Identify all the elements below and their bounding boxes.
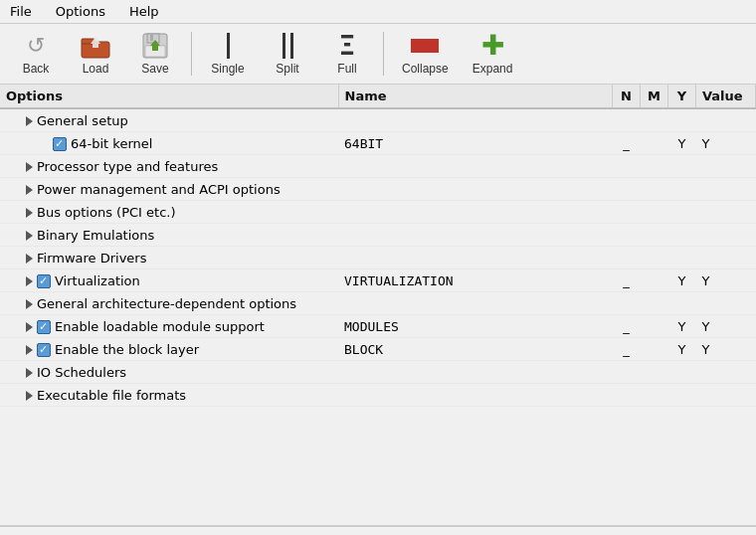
table-row[interactable]: Enable loadable module supportMODULES_YY <box>0 315 756 338</box>
m-cell <box>641 201 668 224</box>
option-label: Firmware Drivers <box>37 251 147 266</box>
table-row[interactable]: VirtualizationVIRTUALIZATION_YY <box>0 269 756 292</box>
option-cell: Virtualization <box>0 269 338 292</box>
option-label: Virtualization <box>55 273 140 288</box>
option-label: 64-bit kernel <box>71 136 152 151</box>
m-cell <box>641 338 668 361</box>
load-button[interactable]: Load <box>68 28 123 80</box>
table-row[interactable]: Firmware Drivers <box>0 247 756 269</box>
expand-arrow <box>26 368 33 378</box>
checkbox-icon[interactable] <box>37 320 51 334</box>
y-cell: Y <box>668 132 696 155</box>
option-label: Bus options (PCI etc.) <box>37 205 175 220</box>
single-icon <box>227 33 230 59</box>
n-cell: _ <box>613 338 641 361</box>
split-button[interactable]: Split <box>260 28 315 80</box>
name-cell <box>338 108 613 132</box>
separator-1 <box>191 32 192 76</box>
name-cell <box>338 292 613 315</box>
n-cell: _ <box>613 315 641 338</box>
single-button[interactable]: Single <box>200 28 256 80</box>
main-content: Options Name N M Y Value General setup64… <box>0 85 756 526</box>
full-button[interactable]: Ξ Full <box>319 28 375 80</box>
option-cell: General setup <box>0 108 338 132</box>
expand-arrow <box>26 231 33 241</box>
table-row[interactable]: General architecture-dependent options <box>0 292 756 315</box>
name-cell: 64BIT <box>338 132 613 155</box>
table-row[interactable]: Binary Emulations <box>0 224 756 247</box>
option-label: IO Schedulers <box>37 365 126 380</box>
menu-file[interactable]: File <box>4 2 38 21</box>
menu-options[interactable]: Options <box>50 2 111 21</box>
option-cell: Enable the block layer <box>0 338 338 361</box>
value-cell <box>696 155 756 178</box>
save-button[interactable]: Save <box>127 28 183 80</box>
back-label: Back <box>23 62 50 76</box>
name-cell: BLOCK <box>338 338 613 361</box>
col-header-name: Name <box>338 85 613 108</box>
value-cell: Y <box>696 269 756 292</box>
full-label: Full <box>337 62 356 76</box>
option-cell: Binary Emulations <box>0 224 338 247</box>
table-row[interactable]: Enable the block layerBLOCK_YY <box>0 338 756 361</box>
n-cell <box>613 292 641 315</box>
load-label: Load <box>83 62 109 76</box>
value-cell <box>696 292 756 315</box>
table-row[interactable]: 64-bit kernel64BIT_YY <box>0 132 756 155</box>
option-cell: IO Schedulers <box>0 361 338 384</box>
y-cell: Y <box>668 315 696 338</box>
value-cell <box>696 201 756 224</box>
collapse-button[interactable]: Collapse <box>392 28 459 80</box>
m-cell <box>641 108 668 132</box>
checkbox-icon[interactable] <box>53 137 67 151</box>
col-header-n: N <box>613 85 641 108</box>
n-cell <box>613 201 641 224</box>
table-row[interactable]: Power management and ACPI options <box>0 178 756 201</box>
option-label: Enable the block layer <box>55 342 199 357</box>
table-row[interactable]: Executable file formats <box>0 384 756 407</box>
options-table[interactable]: Options Name N M Y Value General setup64… <box>0 85 756 526</box>
name-cell: VIRTUALIZATION <box>338 269 613 292</box>
menu-help[interactable]: Help <box>123 2 165 21</box>
y-cell: Y <box>668 269 696 292</box>
table-row[interactable]: General setup <box>0 108 756 132</box>
checkbox-icon[interactable] <box>37 343 51 357</box>
split-icon <box>283 33 293 59</box>
expand-arrow <box>26 322 33 332</box>
option-label: Executable file formats <box>37 388 186 403</box>
col-header-m: M <box>641 85 668 108</box>
expand-label: Expand <box>472 62 513 76</box>
expand-arrow <box>26 162 33 172</box>
save-label: Save <box>141 62 168 76</box>
n-cell: _ <box>613 132 641 155</box>
back-button[interactable]: ↺ Back <box>8 28 64 80</box>
n-cell <box>613 108 641 132</box>
option-label: General setup <box>37 113 128 128</box>
y-cell <box>668 247 696 269</box>
name-cell <box>338 247 613 269</box>
expand-button[interactable]: ✚ Expand <box>463 28 523 80</box>
value-cell <box>696 247 756 269</box>
option-cell: Executable file formats <box>0 384 338 407</box>
value-cell <box>696 384 756 407</box>
table-row[interactable]: IO Schedulers <box>0 361 756 384</box>
expand-arrow <box>26 276 33 286</box>
value-cell <box>696 224 756 247</box>
expand-arrow <box>26 185 33 195</box>
table-row[interactable]: Bus options (PCI etc.) <box>0 201 756 224</box>
option-label: Binary Emulations <box>37 228 154 243</box>
name-cell: MODULES <box>338 315 613 338</box>
checkbox-icon[interactable] <box>37 274 51 288</box>
m-cell <box>641 224 668 247</box>
col-header-value: Value <box>696 85 756 108</box>
col-header-options: Options <box>0 85 338 108</box>
n-cell <box>613 361 641 384</box>
table-row[interactable]: Processor type and features <box>0 155 756 178</box>
m-cell <box>641 315 668 338</box>
n-cell <box>613 384 641 407</box>
expand-arrow <box>26 208 33 218</box>
split-label: Split <box>276 62 298 76</box>
col-header-y: Y <box>668 85 696 108</box>
value-cell: Y <box>696 132 756 155</box>
load-icon <box>81 32 110 60</box>
